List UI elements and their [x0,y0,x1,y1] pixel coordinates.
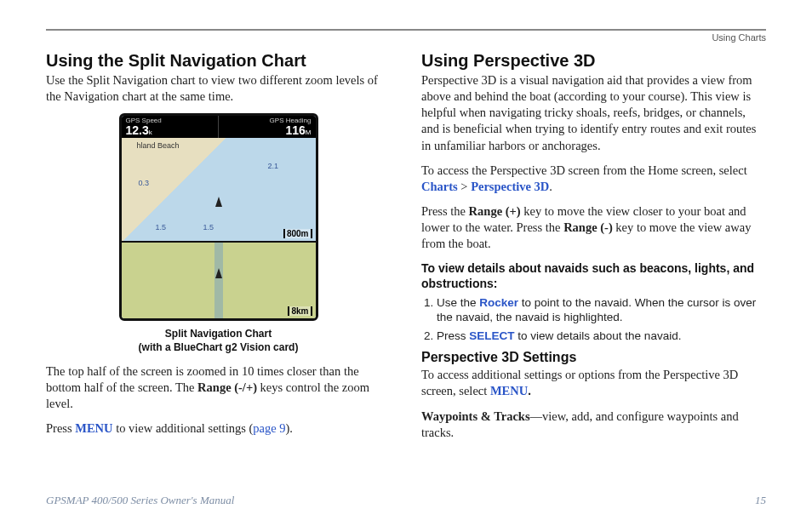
status-speed: GPS Speed 12.3k [122,116,220,138]
right-access-path: To access the Perspective 3D screen from… [421,163,766,195]
settings-access: To access additional settings or options… [421,367,766,399]
left-para-zoom: The top half of the screen is zoomed in … [46,363,391,412]
footer-manual-title: GPSMAP 400/500 Series Owner's Manual [46,494,234,507]
left-heading: Using the Split Navigation Chart [46,51,391,71]
page-footer: GPSMAP 400/500 Series Owner's Manual 15 [46,494,766,507]
map-bottom-pane: 8km [122,243,316,318]
rocker-key-ref: Rocker [479,296,518,309]
status-heading-value: 116M [285,124,311,136]
header-section-name: Using Charts [46,32,766,43]
right-heading: Using Perspective 3D [421,51,766,71]
menu-key-ref: MENU [75,421,112,435]
step-2: Press SELECT to view details about the n… [437,329,766,344]
depth-reading: 1.5 [156,223,167,232]
waypoints-tracks-desc: Waypoints & Tracks—view, add, and config… [421,409,766,441]
navaids-heading: To view details about navaids such as be… [421,260,766,291]
content-columns: Using the Split Navigation Chart Use the… [46,51,766,449]
status-bar: GPS Speed 12.3k GPS Heading 116M [122,116,316,138]
channel-overlay [214,243,223,318]
left-intro: Use the Split Navigation chart to view t… [46,72,391,105]
status-heading: GPS Heading 116M [219,116,316,138]
scale-top: 800m [283,229,312,238]
status-speed-value: 12.3k [126,124,214,136]
right-range-keys: Press the Range (+) key to move the view… [421,203,766,252]
navaids-steps: Use the Rocker to point to the navaid. W… [421,295,766,344]
screenshot-caption: Split Navigation Chart (with a BlueChart… [46,327,391,354]
depth-reading: 0.3 [139,179,150,187]
right-intro: Perspective 3D is a visual navigation ai… [421,72,766,154]
boat-icon [215,197,222,207]
perspective3d-menu-ref: Perspective 3D [471,180,549,193]
map-top-pane: hland Beach 0.3 1.5 1.5 2.1 800m [122,138,316,243]
beach-label: hland Beach [137,141,180,150]
right-column: Using Perspective 3D Perspective 3D is a… [421,51,766,449]
left-column: Using the Split Navigation Chart Use the… [46,51,391,449]
settings-subheading: Perspective 3D Settings [421,350,766,365]
page-9-link[interactable]: page 9 [253,421,285,435]
menu-key-ref: MENU [490,384,528,397]
step-1: Use the Rocker to point to the navaid. W… [437,295,766,325]
select-key-ref: SELECT [469,329,514,342]
depth-reading: 1.5 [203,223,214,232]
header-rule [46,29,766,31]
split-nav-screenshot: GPS Speed 12.3k GPS Heading 116M hland B… [119,113,318,321]
charts-menu-ref: Charts [421,180,458,193]
scale-bottom: 8km [288,306,312,316]
boat-icon [215,268,222,278]
footer-page-number: 15 [755,494,766,507]
depth-reading: 2.1 [268,162,279,170]
left-para-menu: Press MENU to view additional settings (… [46,420,391,437]
